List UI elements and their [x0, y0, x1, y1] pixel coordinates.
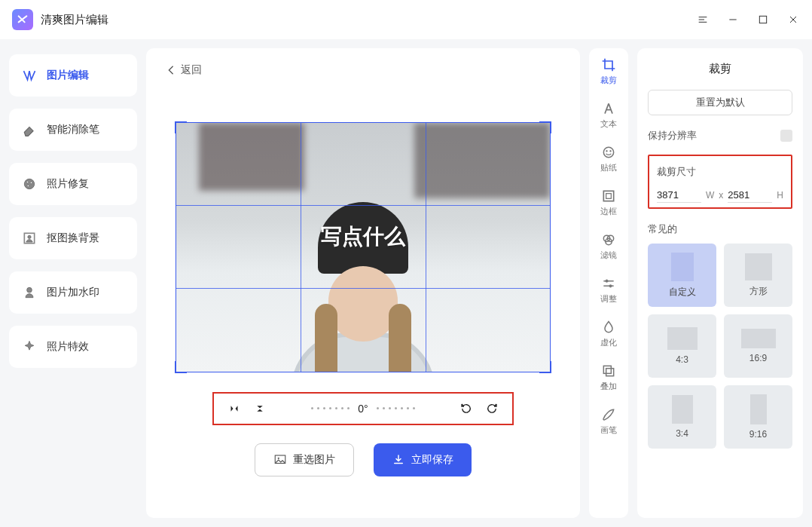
rotate-right-icon[interactable] — [485, 402, 499, 415]
crop-frame[interactable]: 写点什么 — [176, 122, 551, 372]
back-button[interactable]: 返回 — [167, 63, 559, 77]
aspect-3-4[interactable]: 3:4 — [648, 385, 716, 449]
aspect-label: 方形 — [749, 285, 768, 298]
rail-label: 调整 — [600, 293, 617, 305]
svg-point-19 — [609, 285, 612, 287]
aspect-preview-icon — [672, 395, 693, 424]
brush-icon — [601, 407, 616, 422]
rail-item-overlay[interactable]: 叠加 — [600, 363, 617, 392]
grid-line — [426, 123, 426, 372]
back-label: 返回 — [181, 63, 202, 77]
sidebar: 图片编辑 智能消除笔 照片修复 抠图换背景 图片加水印 照片特效 — [9, 48, 137, 518]
aspect-label: 9:16 — [749, 429, 767, 440]
rail-label: 边框 — [600, 206, 617, 217]
aspect-16-9[interactable]: 16:9 — [724, 314, 792, 378]
sticker-icon — [601, 145, 616, 160]
rail-item-crop[interactable]: 裁剪 — [600, 57, 617, 86]
title-bar: 清爽图片编辑 — [0, 0, 812, 39]
svg-point-12 — [610, 151, 612, 152]
rail-item-blur[interactable]: 虚化 — [600, 320, 617, 348]
rotate-toolbar: 0° — [212, 392, 514, 425]
crop-size-label: 裁剪尺寸 — [657, 165, 783, 179]
sidebar-item-label: 照片特效 — [47, 340, 89, 354]
sidebar-item-label: 抠图换背景 — [47, 231, 99, 245]
border-icon — [601, 188, 616, 204]
maximize-button[interactable] — [756, 13, 770, 26]
rail-label: 虚化 — [600, 337, 617, 348]
overlay-text[interactable]: 写点什么 — [321, 222, 405, 251]
crop-handle-tr[interactable] — [539, 121, 551, 133]
app-logo-icon — [12, 9, 33, 30]
sidebar-item-eraser[interactable]: 智能消除笔 — [9, 109, 137, 151]
width-input[interactable] — [657, 188, 701, 203]
crop-handle-br[interactable] — [539, 361, 551, 373]
flip-vertical-icon[interactable] — [253, 402, 267, 415]
rail-item-filter[interactable]: 滤镜 — [600, 232, 617, 261]
aspect-square[interactable]: 方形 — [724, 244, 792, 307]
tools-rail: 裁剪 文本 贴纸 边框 滤镜 调整 虚化 叠加 — [589, 48, 628, 518]
svg-point-11 — [606, 151, 608, 152]
overlay-icon — [601, 363, 616, 378]
reselect-button[interactable]: 重选图片 — [255, 443, 354, 476]
rail-item-border[interactable]: 边框 — [600, 188, 617, 217]
aspect-preview-icon — [667, 327, 698, 350]
crop-icon — [601, 57, 616, 72]
svg-point-1 — [24, 179, 34, 188]
angle-value: 0° — [353, 403, 372, 415]
aspect-grid: 自定义 方形 4:3 16:9 3:4 9:16 — [648, 244, 792, 449]
svg-rect-0 — [759, 16, 766, 23]
rail-item-brush[interactable]: 画笔 — [600, 407, 617, 436]
canvas-panel: 返回 写点什么 — [146, 48, 580, 518]
save-label: 立即保存 — [411, 453, 453, 467]
aspect-label: 自定义 — [669, 286, 696, 299]
aspect-9-16[interactable]: 9:16 — [724, 385, 792, 449]
rail-label: 滤镜 — [600, 250, 617, 261]
image-icon — [273, 453, 287, 467]
height-suffix: H — [777, 190, 783, 201]
blur-icon — [601, 320, 616, 335]
crop-size-box: 裁剪尺寸 W x H — [648, 155, 792, 209]
aspect-preview-icon — [745, 253, 772, 280]
svg-rect-21 — [606, 369, 614, 376]
palette-icon — [21, 176, 38, 192]
svg-point-10 — [603, 147, 613, 157]
crop-handle-bl[interactable] — [175, 361, 187, 373]
aspect-4-3[interactable]: 4:3 — [648, 314, 716, 378]
sidebar-item-effects[interactable]: 照片特效 — [9, 326, 137, 368]
svg-rect-14 — [606, 194, 612, 199]
size-separator: x — [719, 190, 723, 201]
svg-point-4 — [27, 185, 29, 187]
rail-label: 裁剪 — [600, 75, 617, 86]
sidebar-item-cutout[interactable]: 抠图换背景 — [9, 217, 137, 259]
flip-horizontal-icon[interactable] — [227, 402, 241, 415]
sidebar-item-label: 照片修复 — [47, 177, 89, 191]
edit-icon — [21, 67, 38, 84]
rotate-slider[interactable]: 0° — [279, 403, 447, 415]
rail-label: 文本 — [600, 118, 617, 130]
rail-item-adjust[interactable]: 调整 — [600, 276, 617, 305]
reselect-label: 重选图片 — [293, 453, 335, 467]
grid-line — [176, 205, 550, 206]
rail-item-text[interactable]: 文本 — [600, 101, 617, 130]
aspect-custom[interactable]: 自定义 — [648, 244, 716, 307]
sidebar-item-watermark[interactable]: 图片加水印 — [9, 271, 137, 314]
close-button[interactable] — [786, 13, 800, 26]
sidebar-item-edit[interactable]: 图片编辑 — [9, 54, 137, 97]
sidebar-item-label: 智能消除笔 — [47, 123, 99, 136]
minimize-button[interactable] — [726, 13, 740, 26]
reset-button[interactable]: 重置为默认 — [648, 90, 792, 115]
svg-point-3 — [30, 182, 32, 184]
chevron-left-icon — [167, 65, 175, 75]
rotate-left-icon[interactable] — [459, 402, 473, 415]
crop-settings-panel: 裁剪 重置为默认 保持分辨率 裁剪尺寸 W x H 常见的 自定义 方形 — [637, 48, 803, 518]
keep-resolution-label: 保持分辨率 — [648, 129, 697, 142]
save-button[interactable]: 立即保存 — [374, 443, 472, 476]
crop-handle-tl[interactable] — [175, 121, 187, 133]
cutout-icon — [21, 230, 38, 247]
keep-resolution-checkbox[interactable] — [780, 130, 792, 142]
sidebar-item-restore[interactable]: 照片修复 — [9, 163, 137, 205]
rail-item-sticker[interactable]: 贴纸 — [600, 145, 617, 173]
height-input[interactable] — [728, 188, 772, 203]
menu-button[interactable] — [696, 13, 710, 26]
panel-title: 裁剪 — [648, 62, 792, 76]
